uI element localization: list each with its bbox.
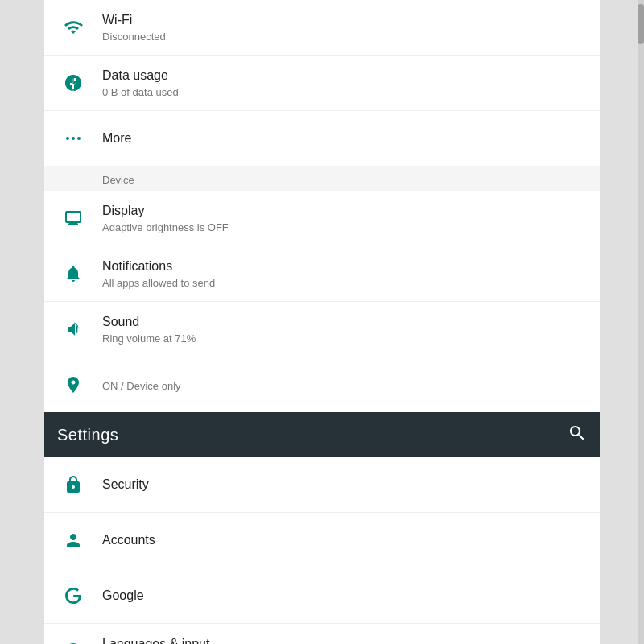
accounts-text: Accounts: [102, 532, 155, 549]
device-items: Display Adaptive brightness is OFF Notif…: [44, 191, 600, 412]
languages-text: Languages & input English (United States…: [102, 636, 209, 644]
settings-item-notifications[interactable]: Notifications All apps allowed to send: [44, 246, 600, 302]
settings-item-google[interactable]: Google: [44, 568, 600, 624]
more-title: More: [102, 130, 131, 147]
svg-point-3: [77, 137, 80, 140]
personal-items: Security Accounts: [44, 457, 600, 644]
more-icon: [57, 122, 89, 155]
settings-item-more[interactable]: More: [44, 111, 600, 166]
settings-item-display[interactable]: Display Adaptive brightness is OFF: [44, 191, 600, 246]
toolbar-title: Settings: [57, 426, 118, 444]
data-usage-title: Data usage: [102, 68, 179, 85]
location-icon: [57, 369, 89, 401]
page-wrapper: Wi-Fi Disconnected Data usage 0 B of d: [0, 0, 644, 644]
data-usage-subtitle: 0 B of data used: [102, 86, 179, 98]
settings-item-languages[interactable]: Languages & input English (United States…: [44, 624, 600, 644]
wifi-subtitle: Disconnected: [102, 31, 166, 43]
location-text: ON / Device only: [102, 378, 181, 392]
search-button[interactable]: [568, 423, 587, 447]
right-margin: [600, 0, 638, 644]
data-usage-icon: [57, 67, 89, 99]
data-usage-text: Data usage 0 B of data used: [102, 68, 179, 98]
google-icon: [57, 580, 89, 612]
scrollbar[interactable]: [638, 0, 644, 644]
notifications-text: Notifications All apps allowed to send: [102, 258, 215, 289]
sound-icon: [57, 313, 89, 345]
display-text: Display Adaptive brightness is OFF: [102, 203, 229, 233]
notifications-icon: [57, 258, 89, 290]
scrollbar-thumb[interactable]: [638, 4, 644, 44]
wifi-title: Wi-Fi: [102, 12, 166, 29]
sound-text: Sound Ring volume at 71%: [102, 314, 196, 345]
more-text: More: [102, 130, 131, 147]
svg-point-1: [66, 137, 69, 140]
wifi-text: Wi-Fi Disconnected: [102, 12, 166, 43]
left-margin: [0, 0, 44, 644]
security-icon: [57, 469, 89, 501]
languages-icon: [57, 635, 89, 644]
settings-item-security[interactable]: Security: [44, 457, 600, 513]
wifi-icon: [57, 11, 89, 43]
settings-item-wifi[interactable]: Wi-Fi Disconnected: [44, 0, 600, 56]
device-section-header: Device: [44, 166, 600, 191]
google-text: Google: [102, 588, 144, 605]
security-text: Security: [102, 477, 149, 493]
settings-toolbar: Settings: [44, 412, 600, 457]
display-icon: [57, 202, 89, 234]
settings-item-accounts[interactable]: Accounts: [44, 513, 600, 568]
settings-item-sound[interactable]: Sound Ring volume at 71%: [44, 302, 600, 357]
svg-point-2: [72, 137, 75, 140]
main-content: Wi-Fi Disconnected Data usage 0 B of d: [44, 0, 600, 644]
settings-item-location[interactable]: ON / Device only: [44, 357, 600, 412]
accounts-icon: [57, 524, 89, 556]
settings-item-data-usage[interactable]: Data usage 0 B of data used: [44, 56, 600, 111]
